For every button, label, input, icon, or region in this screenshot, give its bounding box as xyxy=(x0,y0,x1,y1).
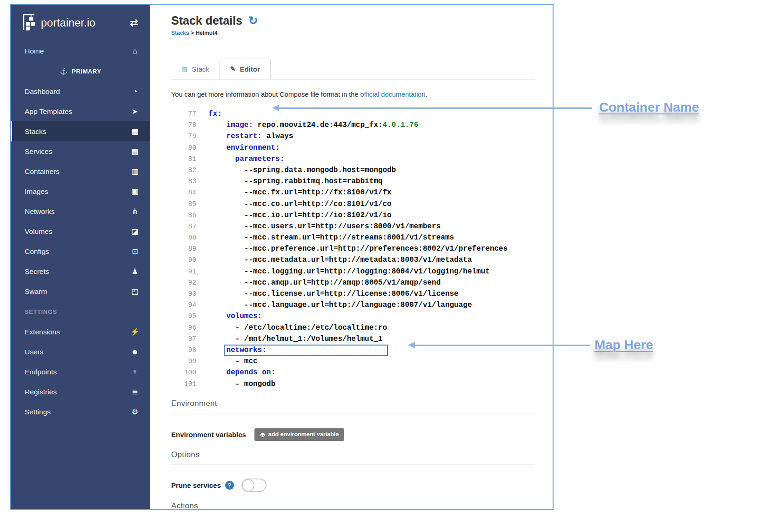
sidebar-item-label: Extensions xyxy=(25,328,60,336)
sidebar-item-label: Containers xyxy=(25,167,60,176)
code-line-77: 77fx: xyxy=(171,108,535,120)
sidebar-item-extensions[interactable]: Extensions⚡ xyxy=(11,322,150,342)
code-line-82: 82 --spring.data.mongodb.host=mongodb xyxy=(171,165,535,176)
line-content: parameters: xyxy=(196,153,284,165)
line-number: 94 xyxy=(171,299,196,311)
prune-services-label: Prune services xyxy=(171,481,221,489)
sidebar-section-settings: SETTINGS xyxy=(11,301,150,322)
portainer-logo-icon xyxy=(22,13,38,32)
users-icon: ☻ xyxy=(129,348,141,356)
map-here-arrow xyxy=(415,345,590,346)
code-line-97: 97 - /mnt/helmut_1:/Volumes/helmut_1 xyxy=(171,333,535,345)
tab-bar: ▦ Stack ✎ Editor xyxy=(171,59,535,80)
page: portainer.io ⇄ Home⌂⚓PRIMARYDashboard◔Ap… xyxy=(0,0,761,532)
sidebar-item-endpoints[interactable]: Endpoints♆ xyxy=(11,362,150,382)
line-content: --mcc.io.url=http://io:8102/v1/io xyxy=(196,210,392,221)
official-documentation-link[interactable]: official documentation xyxy=(360,91,426,98)
sidebar-item-label: Settings xyxy=(25,408,51,416)
tab-editor[interactable]: ✎ Editor xyxy=(220,59,271,79)
line-content: depends_on: xyxy=(196,367,275,378)
sidebar-item-label: Networks xyxy=(25,207,55,216)
sidebar-item-label: Registries xyxy=(25,388,57,396)
code-line-89: 89 --mcc.preference.url=http://preferenc… xyxy=(171,243,535,254)
sidebar-item-users[interactable]: Users☻ xyxy=(11,342,150,362)
sidebar-item-settings[interactable]: Settings⚙ xyxy=(11,402,150,422)
endpoint-switch-icon[interactable]: ⇄ xyxy=(130,17,138,28)
code-line-98: 98 networks: xyxy=(171,345,535,356)
code-line-86: 86 --mcc.io.url=http://io:8102/v1/io xyxy=(171,210,535,221)
code-line-79: 79 restart: always xyxy=(171,131,535,142)
sidebar-item-images[interactable]: Images▣ xyxy=(11,181,150,201)
line-content: fx: xyxy=(196,108,222,120)
sidebar-item-home[interactable]: Home⌂ xyxy=(11,41,150,61)
list-alt-icon: ▤ xyxy=(129,147,141,156)
line-content: image: repo.moovit24.de:443/mcp_fx:4.0.1… xyxy=(196,120,418,131)
tab-stack[interactable]: ▦ Stack xyxy=(171,59,220,79)
sidebar-item-secrets[interactable]: Secrets♟ xyxy=(11,261,150,281)
compose-editor[interactable]: 77fx:78 image: repo.moovit24.de:443/mcp_… xyxy=(171,108,535,390)
line-number: 79 xyxy=(171,131,196,142)
sidebar-item-services[interactable]: Services▤ xyxy=(11,141,150,161)
line-content: --mcc.amqp.url=http://amqp:8005/v1/amqp/… xyxy=(196,277,441,288)
plus-circle-icon: ⊕ xyxy=(260,431,265,438)
sidebar-item-label: Swarm xyxy=(25,287,47,296)
page-header: Stack details ↻ Stacks > Helmut4 xyxy=(150,5,553,36)
breadcrumb-stacks-link[interactable]: Stacks xyxy=(171,30,189,36)
sidebar-item-dashboard[interactable]: Dashboard◔ xyxy=(11,81,150,101)
sidebar-item-configs[interactable]: Configs⊡ xyxy=(11,241,150,261)
line-number: 96 xyxy=(171,322,196,333)
sidebar-item-label: Dashboard xyxy=(25,87,60,96)
sitemap-icon: ⋔ xyxy=(129,207,141,216)
sidebar-item-registries[interactable]: Registries≣ xyxy=(11,382,150,402)
file-code-icon: ⊡ xyxy=(129,247,141,256)
plug-icon: ♆ xyxy=(129,368,141,376)
line-content: volumes: xyxy=(196,311,262,322)
portainer-window: portainer.io ⇄ Home⌂⚓PRIMARYDashboard◔Ap… xyxy=(10,4,554,510)
help-icon[interactable]: ? xyxy=(225,481,234,490)
sidebar-item-swarm[interactable]: Swarm◰ xyxy=(11,281,150,301)
line-number: 83 xyxy=(171,176,196,187)
code-line-91: 91 --mcc.logging.url=http://logging:8004… xyxy=(171,266,535,277)
home-icon: ⌂ xyxy=(129,47,141,55)
sidebar-item-label: App Templates xyxy=(25,107,72,116)
prune-services-toggle[interactable] xyxy=(241,479,267,492)
line-content: --spring.rabbitmq.host=rabbitmq xyxy=(196,176,382,187)
portainer-logo[interactable]: portainer.io xyxy=(22,13,95,32)
toggle-knob xyxy=(242,479,254,492)
sidebar-item-label: Home xyxy=(25,47,44,55)
line-number: 81 xyxy=(171,153,196,165)
prune-services-row: Prune services ? xyxy=(171,479,535,492)
sidebar-item-app-templates[interactable]: App Templates➤ xyxy=(11,101,150,121)
code-line-94: 94 --mcc.language.url=http://language:80… xyxy=(171,299,535,311)
code-line-93: 93 --mcc.license.url=http://license:8006… xyxy=(171,288,535,299)
environment-variables-row: Environment variables ⊕ add environment … xyxy=(171,428,535,441)
anchor-icon: ⚓ xyxy=(60,67,68,75)
code-line-81: 81 parameters: xyxy=(171,153,535,165)
breadcrumb-current: Helmut4 xyxy=(195,30,217,36)
sidebar-item-label: Stacks xyxy=(25,127,47,136)
code-line-88: 88 --mcc.stream.url=http://streams:8001/… xyxy=(171,232,535,243)
main-content: Stack details ↻ Stacks > Helmut4 ▦ Stack xyxy=(150,5,553,509)
gears-icon: ⚙ xyxy=(129,407,141,416)
sidebar-item-volumes[interactable]: Volumes◪ xyxy=(11,221,150,241)
environment-heading: Environment xyxy=(171,399,535,408)
page-title: Stack details xyxy=(171,14,242,27)
server-icon: ▥ xyxy=(129,167,141,176)
sidebar-item-networks[interactable]: Networks⋔ xyxy=(11,201,150,221)
sidebar-header: portainer.io ⇄ xyxy=(11,5,150,41)
sidebar-item-label: Endpoints xyxy=(25,368,57,376)
breadcrumb: Stacks > Helmut4 xyxy=(171,30,535,36)
line-content: --mcc.language.url=http://language:8007/… xyxy=(196,299,472,311)
refresh-icon[interactable]: ↻ xyxy=(248,15,258,27)
line-number: 100 xyxy=(171,367,196,378)
sidebar-item-stacks[interactable]: Stacks▦ xyxy=(11,121,150,141)
arrow-left-icon xyxy=(408,342,415,348)
line-number: 92 xyxy=(171,277,196,288)
endpoint-group-label: PRIMARY xyxy=(72,68,101,75)
code-line-92: 92 --mcc.amqp.url=http://amqp:8005/v1/am… xyxy=(171,277,535,288)
line-number: 97 xyxy=(171,333,196,345)
add-environment-variable-button[interactable]: ⊕ add environment variable xyxy=(254,428,344,441)
line-content: --mcc.users.url=http://users:8000/v1/mem… xyxy=(196,221,441,232)
code-line-80: 80 environment: xyxy=(171,142,535,153)
sidebar-item-containers[interactable]: Containers▥ xyxy=(11,161,150,181)
